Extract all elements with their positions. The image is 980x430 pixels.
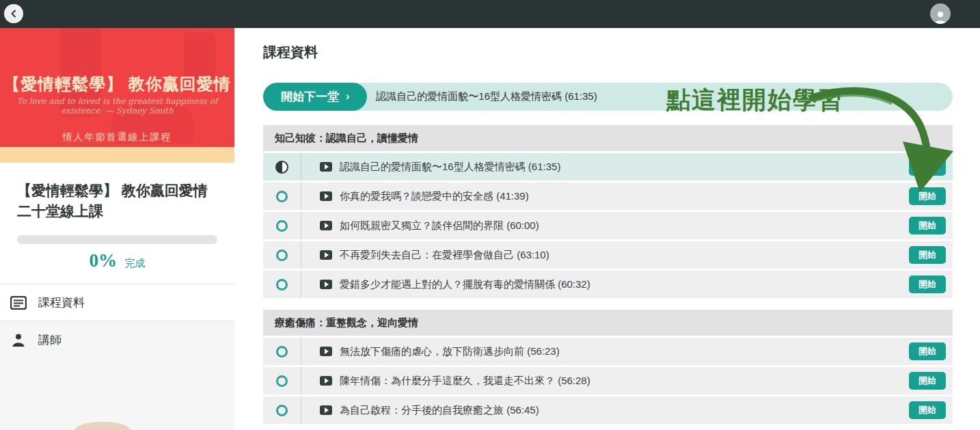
lesson-row[interactable]: 不再愛到失去自己：在愛裡學會做自己 (63:10) 開始 [263, 241, 953, 269]
lesson-title: 認識自己的愛情面貌〜16型人格愛情密碼 (61:35) [340, 161, 560, 174]
lesson-section: 知己知彼：認識自己，讀懂愛情 認識自己的愛情面貌〜16型人格愛情密碼 (61:3… [263, 125, 953, 298]
progress-percent: 0% [90, 250, 118, 271]
lesson-status-cell [263, 338, 301, 365]
lesson-row[interactable]: 如何既親密又獨立？談伴侶間的界限 (60:00) 開始 [263, 212, 953, 239]
course-title: 【愛情輕鬆學】 教你贏回愛情二十堂線上課 [17, 180, 217, 221]
play-icon [320, 347, 332, 356]
top-navigation-bar [0, 0, 980, 28]
page-title: 課程資料 [263, 43, 953, 62]
play-icon [320, 250, 332, 260]
start-button[interactable]: 開始 [909, 158, 946, 176]
lesson-main-cell: 認識自己的愛情面貌〜16型人格愛情密碼 (61:35) [301, 161, 909, 174]
sidebar-item-instructor[interactable]: 講師 [0, 321, 234, 358]
progress-complete-label: 完成 [124, 257, 145, 269]
lesson-status-cell [263, 212, 301, 239]
progress-circle-icon [276, 405, 288, 416]
start-button[interactable]: 開始 [909, 372, 946, 390]
person-silhouette-icon [933, 9, 948, 24]
progress-label-line: 0% 完成 [17, 250, 217, 271]
lesson-title: 你真的愛我嗎？談戀愛中的安全感 (41:39) [340, 190, 529, 203]
banner-quote: To love and to loved is the greatest hap… [0, 96, 234, 116]
start-button[interactable]: 開始 [909, 401, 946, 419]
lesson-row[interactable]: 為自己啟程：分手後的自我療癒之旅 (56:45) 開始 [263, 397, 953, 424]
play-icon [320, 162, 332, 172]
sidebar-menu: 課程資料 講師 [0, 284, 234, 358]
course-banner-image: 【愛情輕鬆學】 教你贏回愛情 To love and to loved is t… [0, 28, 234, 163]
lesson-main-cell: 如何既親密又獨立？談伴侶間的界限 (60:00) [301, 219, 909, 232]
user-avatar[interactable] [930, 3, 951, 24]
section-header: 療癒傷痛：重整觀念，迎向愛情 [263, 310, 953, 336]
lesson-main-cell: 愛錯多少才能遇上對的人？擺脫有毒的愛情關係 (60:32) [301, 278, 909, 291]
banner-title: 【愛情輕鬆學】 教你贏回愛情 [0, 73, 234, 95]
sidebar-item-label: 講師 [38, 332, 62, 348]
start-button[interactable]: 開始 [909, 187, 946, 205]
progress-circle-icon [276, 346, 288, 358]
lesson-status-cell [263, 367, 301, 394]
lesson-title: 為自己啟程：分手後的自我療癒之旅 (56:45) [340, 404, 539, 417]
start-button[interactable]: 開始 [909, 246, 946, 264]
back-button[interactable] [4, 4, 23, 23]
lesson-row[interactable]: 你真的愛我嗎？談戀愛中的安全感 (41:39) 開始 [263, 183, 953, 210]
lesson-status-cell [263, 183, 301, 210]
next-lesson-title: 認識自己的愛情面貌〜16型人格愛情密碼 (61:35) [376, 90, 597, 103]
progress-bar [17, 235, 217, 244]
progress-half-circle-icon [275, 161, 288, 174]
instructor-photo-peek [74, 422, 131, 430]
start-next-lesson-label: 開始下一堂 [281, 89, 339, 105]
section-header: 知己知彼：認識自己，讀懂愛情 [263, 125, 953, 151]
lesson-row[interactable]: 認識自己的愛情面貌〜16型人格愛情密碼 (61:35) 開始 [263, 153, 953, 180]
start-button[interactable]: 開始 [909, 217, 946, 234]
lesson-sections: 知己知彼：認識自己，讀懂愛情 認識自己的愛情面貌〜16型人格愛情密碼 (61:3… [263, 125, 953, 424]
lesson-section: 療癒傷痛：重整觀念，迎向愛情 無法放下傷痛的虐心，放下防衛邁步向前 (56:23… [263, 310, 953, 424]
start-button[interactable]: 開始 [909, 276, 946, 293]
lesson-status-cell [263, 271, 301, 298]
play-icon [320, 221, 332, 230]
course-info-block: 【愛情輕鬆學】 教你贏回愛情二十堂線上課 0% 完成 [0, 163, 234, 284]
main-content: 課程資料 開始下一堂 › 認識自己的愛情面貌〜16型人格愛情密碼 (61:35)… [263, 28, 953, 424]
lesson-row[interactable]: 無法放下傷痛的虐心，放下防衛邁步向前 (56:23) 開始 [263, 338, 953, 365]
lesson-status-cell [263, 241, 301, 269]
sidebar-item-course-materials[interactable]: 課程資料 [0, 284, 234, 321]
lesson-main-cell: 不再愛到失去自己：在愛裡學會做自己 (63:10) [301, 249, 909, 262]
start-next-lesson-button[interactable]: 開始下一堂 › [263, 83, 367, 111]
lesson-title: 不再愛到失去自己：在愛裡學會做自己 (63:10) [340, 249, 549, 262]
lesson-status-cell [263, 397, 301, 424]
lesson-status-cell [263, 153, 301, 180]
lesson-row[interactable]: 愛錯多少才能遇上對的人？擺脫有毒的愛情關係 (60:32) 開始 [263, 271, 953, 298]
chevron-right-icon: › [346, 90, 349, 103]
lesson-main-cell: 你真的愛我嗎？談戀愛中的安全感 (41:39) [301, 190, 909, 203]
lesson-main-cell: 無法放下傷痛的虐心，放下防衛邁步向前 (56:23) [301, 345, 909, 358]
play-icon [320, 376, 332, 386]
progress-circle-icon [276, 279, 288, 291]
person-icon [10, 332, 27, 347]
sidebar-item-label: 課程資料 [38, 295, 85, 310]
next-lesson-banner: 開始下一堂 › 認識自己的愛情面貌〜16型人格愛情密碼 (61:35) [263, 83, 953, 111]
start-button[interactable]: 開始 [909, 342, 946, 360]
play-icon [320, 280, 332, 289]
lesson-title: 無法放下傷痛的虐心，放下防衛邁步向前 (56:23) [340, 345, 560, 358]
chevron-left-icon [10, 10, 18, 18]
progress-circle-icon [276, 375, 288, 387]
lesson-main-cell: 陳年情傷：為什麼分手這麼久，我還走不出來？ (56:28) [301, 375, 909, 388]
progress-circle-icon [276, 191, 288, 202]
lesson-row[interactable]: 陳年情傷：為什麼分手這麼久，我還走不出來？ (56:28) 開始 [263, 367, 953, 394]
lesson-title: 陳年情傷：為什麼分手這麼久，我還走不出來？ (56:28) [340, 375, 590, 388]
lesson-main-cell: 為自己啟程：分手後的自我療癒之旅 (56:45) [301, 404, 909, 417]
play-icon [320, 191, 332, 201]
progress-circle-icon [276, 250, 288, 261]
banner-caption: 情人年節首選線上課程 [0, 131, 234, 144]
lesson-title: 愛錯多少才能遇上對的人？擺脫有毒的愛情關係 (60:32) [340, 278, 590, 291]
progress-circle-icon [276, 220, 288, 232]
banner-bottom-strip [0, 147, 234, 163]
course-sidebar: 【愛情輕鬆學】 教你贏回愛情 To love and to loved is t… [0, 28, 234, 430]
lesson-title: 如何既親密又獨立？談伴侶間的界限 (60:00) [340, 219, 539, 232]
annotation-text: 點這裡開始學習 [666, 84, 843, 116]
list-icon [10, 295, 27, 310]
play-icon [320, 405, 332, 415]
